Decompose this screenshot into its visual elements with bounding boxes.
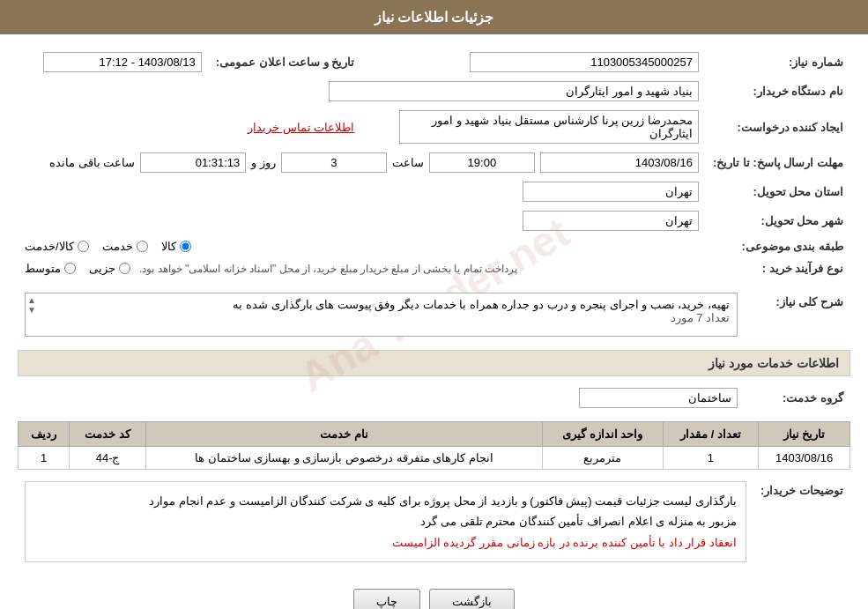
need-number-value: 1103005345000257: [470, 52, 699, 72]
days-value: 3: [281, 152, 387, 173]
services-section-title: اطلاعات خدمات مورد نیاز: [18, 350, 850, 376]
service-label: خدمت: [102, 240, 133, 253]
back-button[interactable]: بازگشت: [429, 589, 515, 609]
buyer-notes-line2: مزبور به منزله ی اعلام انصراف تأمین کنند…: [34, 511, 737, 531]
purchase-type-radio-group: متوسط جزیی: [25, 262, 130, 275]
need-desc-box: ▲ ▼ تهیه، خرید، نصب و اجرای پنجره و درب …: [25, 293, 738, 337]
goods-service-option[interactable]: کالا/خدمت: [25, 240, 89, 253]
row-service-code: ج-44: [70, 447, 146, 470]
medium-option[interactable]: متوسط: [25, 262, 76, 275]
col-unit: واحد اندازه گیری: [542, 422, 663, 447]
goods-label: کالا: [161, 240, 176, 253]
announcement-label: تاریخ و ساعت اعلان عمومی:: [209, 48, 362, 77]
need-desc-value: تهیه، خرید، نصب و اجرای پنجره و درب دو ج…: [33, 298, 730, 311]
print-button[interactable]: چاپ: [353, 589, 420, 609]
purchase-type-label: نوع فرآیند خرید :: [706, 257, 850, 279]
need-desc-count: تعداد 7 مورد: [33, 311, 730, 324]
row-service-name: انجام کارهای متفرقه درخصوص بازسازی و بهس…: [145, 447, 542, 470]
col-row-num: ردیف: [19, 422, 70, 447]
service-group-table: گروه خدمت: ساختمان: [18, 383, 850, 412]
service-group-label: گروه خدمت:: [745, 383, 850, 412]
deadline-time-value: 19:00: [429, 152, 535, 173]
deadline-label: مهلت ارسال پاسخ: تا تاریخ:: [706, 148, 850, 177]
full-payment-note: پرداخت تمام یا بخشی از مبلغ خریدار مبلغ …: [139, 263, 517, 275]
buyer-notes-label: توضیحات خریدار:: [753, 477, 850, 567]
row-quantity: 1: [663, 447, 759, 470]
remaining-value: 01:31:13: [140, 152, 246, 173]
buyer-notes-line1: بارگذاری لیست جزئیات قیمت (پیش فاکتور) و…: [34, 491, 737, 511]
city-label: شهر محل تحویل:: [706, 206, 850, 235]
partial-option[interactable]: جزیی: [89, 262, 130, 275]
col-date: تاریخ نیاز: [759, 422, 850, 447]
buyer-notes-line3: انعقاد قرار داد با تأمین کننده برنده در …: [34, 532, 737, 553]
table-row: 1403/08/16 1 مترمربع انجام کارهای متفرقه…: [19, 447, 850, 470]
need-desc-label: شرح کلی نیاز:: [745, 288, 850, 341]
col-quantity: تعداد / مقدار: [663, 422, 759, 447]
creator-label: ایجاد کننده درخواست:: [706, 106, 850, 148]
goods-option[interactable]: کالا: [161, 240, 191, 253]
page-header: جزئیات اطلاعات نیاز: [0, 0, 868, 34]
deadline-date: 1403/08/16: [540, 152, 699, 173]
classification-radio-group: کالا/خدمت خدمت کالا: [25, 240, 699, 253]
services-table: تاریخ نیاز تعداد / مقدار واحد اندازه گیر…: [18, 421, 850, 470]
medium-radio[interactable]: [64, 263, 76, 274]
service-option[interactable]: خدمت: [102, 240, 148, 253]
col-service-code: کد خدمت: [70, 422, 146, 447]
partial-label: جزیی: [89, 262, 115, 275]
goods-service-radio[interactable]: [78, 241, 89, 252]
info-table: شماره نیاز: 1103005345000257 تاریخ و ساع…: [18, 48, 850, 279]
classification-label: طبقه بندی موضوعی:: [706, 235, 850, 257]
remaining-label: ساعت باقی مانده: [49, 156, 135, 169]
buyer-notes-box: بارگذاری لیست جزئیات قیمت (پیش فاکتور) و…: [25, 481, 746, 562]
announcement-value: 1403/08/13 - 17:12: [43, 52, 202, 72]
need-number-label: شماره نیاز:: [706, 48, 850, 77]
row-date: 1403/08/16: [759, 447, 850, 470]
medium-label: متوسط: [25, 262, 61, 275]
partial-radio[interactable]: [119, 263, 130, 274]
province-value: تهران: [523, 182, 699, 202]
province-label: استان محل تحویل:: [706, 177, 850, 206]
deadline-time-label: ساعت: [392, 156, 424, 169]
row-unit: مترمربع: [542, 447, 663, 470]
contact-link[interactable]: اطلاعات تماس خریدار: [248, 121, 354, 134]
need-desc-table: شرح کلی نیاز: ▲ ▼ تهیه، خرید، نصب و اجرا…: [18, 288, 850, 341]
city-value: تهران: [523, 211, 699, 231]
page-title: جزئیات اطلاعات نیاز: [375, 10, 494, 25]
goods-service-label: کالا/خدمت: [25, 240, 74, 253]
creator-value: محمدرضا زرین پرنا کارشناس مستقل بنیاد شه…: [399, 110, 699, 144]
buyer-notes-table: توضیحات خریدار: بارگذاری لیست جزئیات قیم…: [18, 477, 850, 567]
col-service-name: نام خدمت: [145, 422, 542, 447]
buyer-name-label: نام دستگاه خریدار:: [706, 77, 850, 106]
row-num: 1: [19, 447, 70, 470]
buyer-name-value: بنیاد شهید و امور ایثارگران: [329, 81, 699, 101]
button-bar: بازگشت چاپ: [18, 576, 850, 609]
service-radio[interactable]: [137, 241, 148, 252]
service-group-value: ساختمان: [579, 388, 738, 408]
days-label: روز و: [251, 156, 276, 169]
goods-radio[interactable]: [180, 241, 191, 252]
